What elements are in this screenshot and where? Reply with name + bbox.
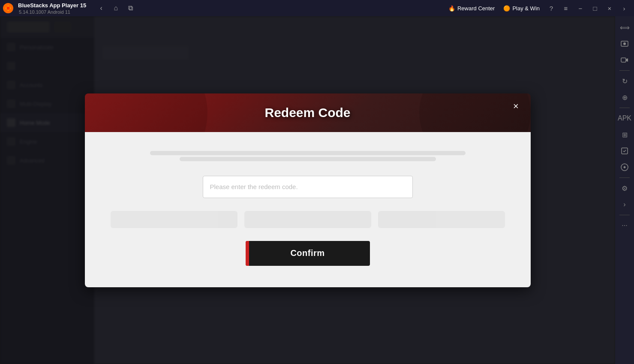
tabs-button[interactable]: ⧉ — [124, 2, 137, 15]
app-logo — [0, 0, 16, 16]
title-bar-right: 🔥 Reward Center 🟠 Play & Win ? ≡ − □ × › — [445, 2, 634, 15]
confirm-label: Confirm — [290, 248, 325, 258]
redeem-code-modal: Redeem Code × Confirm — [85, 93, 531, 287]
sidebar-divider-2 — [619, 108, 630, 108]
sidebar-toggle-button[interactable]: › — [618, 2, 631, 15]
modal-overlay: Redeem Code × Confirm — [0, 16, 615, 364]
modal-header: Redeem Code × — [85, 93, 531, 132]
apk-icon[interactable]: APK — [617, 111, 632, 126]
settings-icon[interactable]: ⚙ — [617, 180, 632, 196]
svg-rect-4 — [621, 58, 626, 62]
confirm-button[interactable]: Confirm — [246, 241, 370, 266]
video-icon[interactable] — [617, 52, 632, 68]
right-sidebar: ⟺ ↻ ⊕ APK ⊞ ⚙ › ··· — [615, 16, 634, 364]
minimize-button[interactable]: − — [574, 2, 587, 15]
back-button[interactable]: ‹ — [95, 2, 108, 15]
menu-button[interactable]: ≡ — [559, 2, 572, 15]
play-win-button[interactable]: 🟠 Play & Win — [500, 3, 543, 13]
reward-center-label: Reward Center — [457, 5, 495, 12]
modal-title: Redeem Code — [264, 105, 350, 120]
sidebar-expand-icon[interactable]: ⟺ — [617, 20, 632, 35]
sidebar-divider-1 — [619, 70, 630, 71]
app-name: BlueStacks App Player 15 — [18, 2, 86, 9]
modal-close-button[interactable]: × — [508, 99, 524, 114]
collapse-icon[interactable]: › — [617, 197, 632, 212]
title-bar: BlueStacks App Player 15 5.14.10.1007 An… — [0, 0, 634, 16]
modal-description — [111, 149, 505, 163]
macro-icon[interactable] — [617, 159, 632, 175]
more-icon[interactable]: ··· — [617, 218, 632, 233]
capture-icon[interactable] — [617, 143, 632, 159]
close-button[interactable]: × — [603, 2, 616, 15]
sidebar-divider-3 — [619, 177, 630, 178]
modal-body: Confirm — [85, 132, 531, 287]
scale-icon[interactable]: ⊞ — [617, 127, 632, 142]
app-version: 5.14.10.1007 Android 11 — [19, 9, 86, 15]
help-button[interactable]: ? — [545, 2, 558, 15]
svg-point-3 — [623, 42, 626, 45]
rotate-icon[interactable]: ↻ — [617, 73, 632, 89]
svg-point-1 — [6, 6, 10, 10]
play-win-icon: 🟠 — [503, 5, 510, 12]
home-button[interactable]: ⌂ — [109, 2, 122, 15]
reward-center-button[interactable]: 🔥 Reward Center — [445, 3, 498, 13]
nav-buttons: ‹ ⌂ ⧉ — [95, 2, 137, 15]
redeem-code-input[interactable] — [203, 176, 413, 198]
zoom-icon[interactable]: ⊕ — [617, 90, 632, 105]
reward-icon: 🔥 — [448, 5, 455, 12]
maximize-button[interactable]: □ — [589, 2, 601, 15]
play-win-label: Play & Win — [512, 5, 540, 12]
sidebar-divider-4 — [619, 215, 630, 215]
screenshot-icon[interactable] — [617, 36, 632, 51]
